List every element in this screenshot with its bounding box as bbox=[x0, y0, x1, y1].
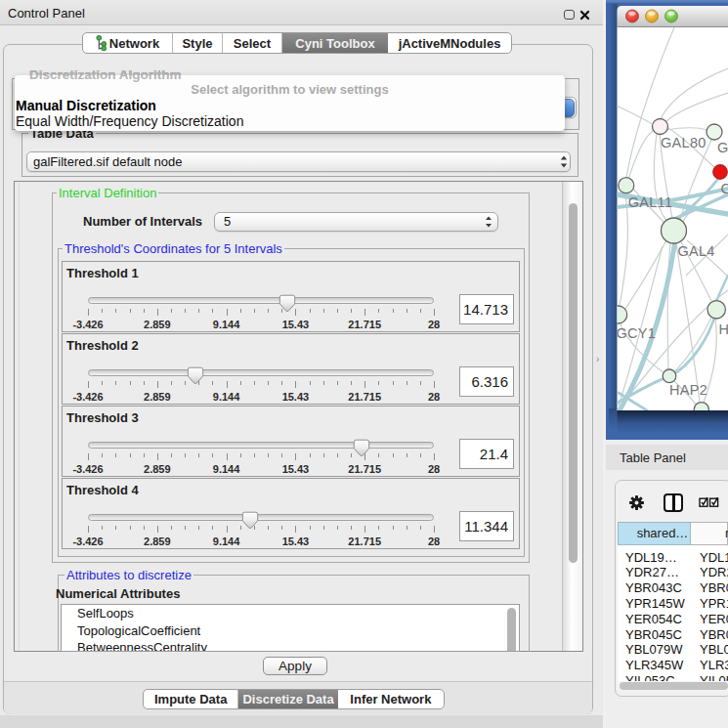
svg-text:CA: CA bbox=[721, 181, 728, 196]
svg-text:H: H bbox=[718, 321, 728, 337]
svg-text:GCY1: GCY1 bbox=[617, 325, 657, 341]
svg-text:HAP2: HAP2 bbox=[669, 382, 707, 398]
svg-text:GA: GA bbox=[717, 140, 728, 155]
svg-text:GAL4: GAL4 bbox=[677, 243, 714, 259]
svg-text:GAL11: GAL11 bbox=[628, 194, 673, 210]
svg-text:GAL80: GAL80 bbox=[661, 135, 707, 150]
